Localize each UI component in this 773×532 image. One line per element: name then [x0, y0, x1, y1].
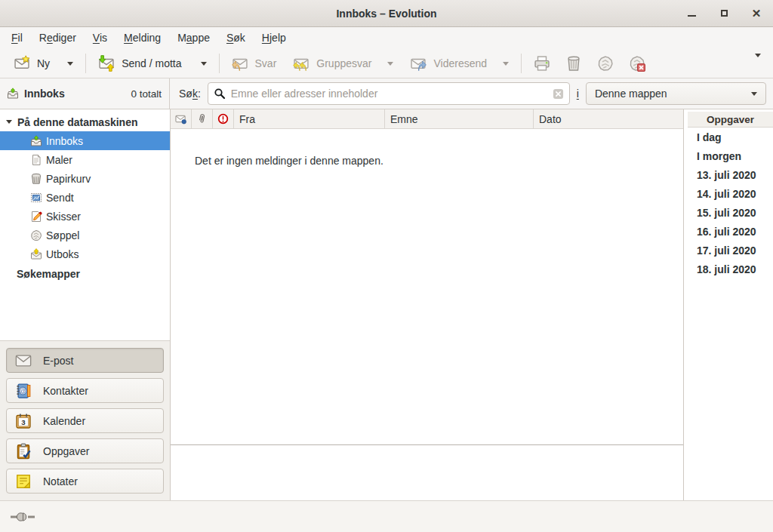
reply-label: Svar	[255, 57, 277, 69]
folder-label: Maler	[46, 154, 72, 166]
print-button[interactable]	[528, 51, 556, 76]
chevron-down-icon[interactable]	[503, 62, 509, 69]
search-folders-row[interactable]: Søkemapper	[0, 264, 170, 283]
chevron-down-icon	[751, 92, 757, 99]
priority-icon	[217, 113, 229, 125]
read-status-icon	[175, 113, 186, 125]
forward-label: Videresend	[433, 57, 487, 69]
chevron-down-icon[interactable]	[67, 62, 73, 69]
folder-maler[interactable]: Maler	[0, 150, 170, 169]
chevron-down-icon[interactable]	[201, 62, 207, 69]
mark-not-junk-button[interactable]	[623, 51, 651, 76]
search-area: Søk: i Denne mappen	[170, 78, 773, 109]
column-priority[interactable]	[213, 109, 234, 128]
tasks-icon	[15, 443, 32, 460]
group-reply-button[interactable]: Gruppesvar	[287, 51, 399, 76]
folder-papirkurv[interactable]: Papirkurv	[0, 169, 170, 188]
account-root-row[interactable]: På denne datamaskinen	[0, 112, 170, 131]
menu-melding[interactable]: Melding	[115, 29, 169, 46]
task-list-item[interactable]: 14. juli 2020	[688, 184, 773, 203]
switcher-label: Kontakter	[43, 385, 88, 397]
memos-icon	[15, 473, 32, 490]
attachment-icon	[196, 113, 208, 125]
column-date[interactable]: Dato	[534, 109, 683, 128]
mail-icon	[15, 352, 32, 369]
not-junk-icon	[629, 55, 645, 72]
send-receive-button[interactable]: Send / motta	[92, 51, 212, 76]
maximize-button[interactable]	[718, 8, 730, 20]
task-item-label: 13. juli 2020	[697, 169, 756, 181]
task-item-label: 14. juli 2020	[697, 188, 756, 200]
search-icon	[214, 88, 226, 100]
menu-søk[interactable]: Søk	[218, 29, 254, 46]
task-item-label: I dag	[697, 131, 722, 143]
svg-text:3: 3	[21, 418, 25, 426]
switcher-label: Notater	[43, 475, 78, 487]
forward-button[interactable]: Videresend	[404, 51, 515, 76]
task-list-item[interactable]: 13. juli 2020	[688, 165, 773, 184]
chevron-down-icon	[755, 54, 761, 72]
task-list-item[interactable]: I morgen	[688, 146, 773, 165]
minimize-button[interactable]	[685, 8, 698, 20]
folder-utboks[interactable]: Utboks	[0, 244, 170, 263]
folder-sendt[interactable]: Sendt	[0, 188, 170, 207]
switcher-notater[interactable]: Notater	[6, 469, 164, 494]
search-scope-dropdown[interactable]: Denne mappen	[586, 82, 766, 105]
menu-fil[interactable]: Fil	[3, 29, 31, 46]
task-list-item[interactable]: 18. juli 2020	[688, 260, 773, 278]
menu-rediger[interactable]: Rediger	[31, 29, 85, 46]
task-list-item[interactable]: I dag	[688, 128, 773, 146]
reply-icon	[232, 55, 248, 72]
switcher-kalender[interactable]: 3Kalender	[6, 408, 164, 433]
menubar: FilRedigerVisMeldingMappeSøkHjelp	[0, 27, 773, 48]
junk-ball-icon	[30, 229, 42, 241]
online-status-plug-icon	[11, 511, 35, 523]
search-entry[interactable]	[208, 82, 570, 105]
switcher-label: Oppgaver	[43, 445, 89, 457]
svg-text:@: @	[20, 387, 26, 395]
toolbar: Ny Send / motta Svar Gruppesvar Viderese…	[0, 48, 773, 78]
search-input[interactable]	[231, 88, 547, 100]
task-item-label: 15. juli 2020	[697, 207, 756, 219]
folder-skisser[interactable]: Skisser	[0, 207, 170, 226]
trash-icon	[30, 173, 42, 185]
menu-hjelp[interactable]: Hjelp	[254, 29, 294, 46]
folder-message-count: 0 totalt	[131, 88, 162, 100]
folder-innboks[interactable]: Innboks	[0, 131, 170, 150]
folder-label: Papirkurv	[46, 173, 91, 185]
mark-junk-button[interactable]	[591, 51, 620, 76]
switcher-oppgaver[interactable]: Oppgaver	[6, 438, 164, 463]
reply-button[interactable]: Svar	[226, 51, 283, 76]
new-message-button[interactable]: Ny	[8, 51, 79, 76]
toolbar-overflow-button[interactable]	[750, 57, 765, 69]
account-root-label: På denne datamaskinen	[17, 116, 138, 128]
column-from[interactable]: Fra	[234, 109, 385, 128]
menu-vis[interactable]: Vis	[85, 29, 115, 46]
delete-button[interactable]	[559, 51, 588, 76]
window-title: Innboks – Evolution	[336, 8, 436, 20]
column-read-status[interactable]	[171, 109, 192, 128]
task-list-item[interactable]: 15. juli 2020	[688, 203, 773, 222]
chevron-down-icon[interactable]	[387, 62, 393, 69]
toolbar-separator	[85, 54, 86, 73]
empty-folder-message: Det er ingen meldinger i denne mappen.	[195, 155, 383, 167]
task-item-label: 18. juli 2020	[697, 263, 756, 275]
switcher-epost[interactable]: E-post	[6, 348, 164, 373]
menu-mappe[interactable]: Mappe	[169, 29, 218, 46]
searchbar: Innboks 0 totalt Søk: i Denne mappen	[0, 78, 773, 109]
sidebar: På denne datamaskinen InnboksMalerPapirk…	[0, 109, 171, 500]
close-button[interactable]: ✕	[750, 8, 762, 20]
message-list-body[interactable]: Det er ingen meldinger i denne mappen.	[171, 129, 683, 444]
task-list-item[interactable]: 16. juli 2020	[688, 222, 773, 241]
task-list-item[interactable]: 17. juli 2020	[688, 241, 773, 260]
switcher-kontakter[interactable]: @Kontakter	[6, 378, 164, 403]
clear-search-icon[interactable]	[553, 88, 564, 100]
group-reply-label: Gruppesvar	[316, 57, 371, 69]
tasks-list: I dagI morgen13. juli 202014. juli 20201…	[688, 128, 773, 278]
message-list-pane: Fra Emne Dato Det er ingen meldinger i d…	[171, 109, 683, 500]
column-subject[interactable]: Emne	[385, 109, 534, 128]
group-reply-icon	[293, 55, 310, 72]
column-attachment[interactable]	[192, 109, 213, 128]
expander-icon[interactable]	[6, 120, 12, 127]
folder-søppel[interactable]: Søppel	[0, 226, 170, 244]
